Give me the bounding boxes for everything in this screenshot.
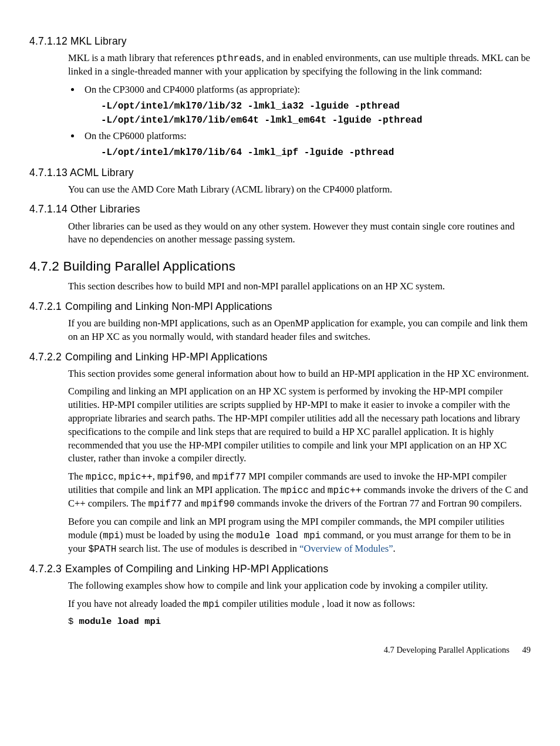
inline-code: mpif90 [201,499,235,509]
heading-text: Compiling and Linking HP-MPI Application… [65,351,268,363]
inline-code: mpif77 [149,499,183,509]
shell-input: module load mpi [79,616,161,627]
heading-text: Compiling and Linking Non-MPI Applicatio… [65,301,272,312]
page-number: 49 [522,645,531,654]
code-line: -L/opt/intel/mkl70/lib/em64t -lmkl_em64t… [101,113,531,127]
inline-code: mpif77 [212,472,247,482]
inline-code: pthreads [217,53,262,64]
heading-number: 4.7.2 [29,257,59,275]
heading-mkl-library: 4.7.1.12 MKL Library [29,34,531,48]
heading-text: Examples of Compiling and Linking HP-MPI… [65,563,328,575]
shell-command: $ module load mpi [68,616,531,628]
list-item-text: On the CP3000 and CP4000 platforms (as a… [85,84,300,95]
paragraph: The following examples show how to compi… [68,579,531,593]
link-overview-of-modules[interactable]: “Overview of Modules” [299,543,393,554]
heading-number: 4.7.1.14 [29,202,68,216]
page-footer: 4.7 Developing Parallel Applications 49 [29,644,531,656]
paragraph: Other libraries can be used as they woul… [68,220,531,247]
paragraph: If you are building non-MPI applications… [68,317,531,344]
inline-code: mpicc [281,485,309,496]
inline-code: mpif90 [157,472,191,482]
heading-text: MKL Library [70,35,127,47]
paragraph: This section provides some general infor… [68,367,531,381]
heading-acml-library: 4.7.1.13 ACML Library [29,166,531,180]
heading-number: 4.7.1.12 [29,34,68,48]
paragraph: If you have not already loaded the mpi c… [68,598,531,611]
list-item: On the CP6000 platforms: -L/opt/intel/mk… [81,130,531,160]
paragraph: You can use the AMD Core Math Library (A… [68,183,531,197]
heading-text: Building Parallel Applications [63,259,236,274]
heading-building-parallel-applications: 4.7.2 Building Parallel Applications [29,257,531,275]
bullet-list: On the CP3000 and CP4000 platforms (as a… [68,83,531,160]
heading-compiling-hp-mpi: 4.7.2.2 Compiling and Linking HP-MPI App… [29,350,531,364]
heading-number: 4.7.1.13 [29,166,68,180]
heading-other-libraries: 4.7.1.14 Other Libraries [29,202,531,216]
list-item-text: On the CP6000 platforms: [85,130,187,141]
code-line: -L/opt/intel/mkl70/lib/64 -lmkl_ipf -lgu… [101,146,531,160]
inline-code: $PATH [88,544,116,555]
heading-examples-compiling-hp-mpi: 4.7.2.3 Examples of Compiling and Linkin… [29,562,531,576]
shell-prompt: $ [68,616,79,627]
footer-section-title: 4.7 Developing Parallel Applications [384,645,510,654]
heading-text: ACML Library [70,167,134,178]
inline-code: mpi [203,599,220,610]
heading-number: 4.7.2.2 [29,350,62,364]
paragraph: This section describes how to build MPI … [68,280,531,293]
paragraph: Before you can compile and link an MPI p… [68,515,531,556]
inline-code: mpic++ [119,472,153,482]
list-item: On the CP3000 and CP4000 platforms (as a… [81,83,531,127]
paragraph: The mpicc, mpic++, mpif90, and mpif77 MP… [68,470,531,511]
heading-number: 4.7.2.1 [29,299,62,313]
inline-code: mpi [103,531,120,541]
code-line: -L/opt/intel/mkl70/lib/32 -lmkl_ia32 -lg… [101,99,531,113]
heading-number: 4.7.2.3 [29,562,62,576]
inline-code: mpicc [86,472,114,482]
paragraph: MKL is a math library that references pt… [68,52,531,79]
heading-compiling-non-mpi: 4.7.2.1 Compiling and Linking Non-MPI Ap… [29,299,531,313]
inline-code: module load mpi [236,531,321,541]
inline-code: mpic++ [328,485,362,496]
paragraph: Compiling and linking an MPI application… [68,385,531,465]
heading-text: Other Libraries [70,203,140,215]
